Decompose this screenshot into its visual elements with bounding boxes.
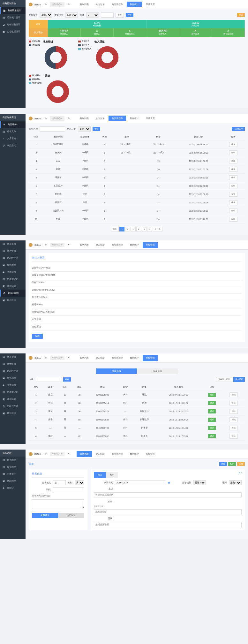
tab-2[interactable]: 商品流程单	[109, 355, 126, 361]
sidebar-item-1[interactable]: ▤按头间是	[0, 464, 26, 471]
diagnosis-input[interactable]	[94, 509, 242, 514]
toolbar-icon[interactable]: ⚑•	[66, 117, 72, 120]
tab-2[interactable]: 商品流程单	[109, 116, 126, 121]
tab-4[interactable]: 系统设置	[143, 355, 158, 361]
sidebar-item-6[interactable]: ◧注册结展	[0, 396, 26, 403]
page-button[interactable]: 4	[136, 227, 141, 231]
sidebar-item-1[interactable]: ▤经营统计统计	[0, 14, 26, 21]
back-button[interactable]: ⟲	[43, 452, 49, 456]
sidebar-item-1[interactable]: ▤新片申请	[0, 247, 26, 254]
edit-button[interactable]: 编辑	[229, 200, 237, 205]
edit-button[interactable]: 编辑	[229, 217, 237, 222]
control-dropdown[interactable]: 控制中心 ▾	[50, 452, 64, 456]
edit-button[interactable]: 编辑	[229, 208, 237, 213]
sidebar-item-0[interactable]: ▤新主价请	[0, 353, 26, 360]
filter-doctor[interactable]: ▾	[86, 12, 99, 18]
tab-1[interactable]: 处方记录	[93, 242, 108, 248]
name-input[interactable]	[40, 126, 65, 132]
control-dropdown[interactable]: 控制中心 ▾	[50, 116, 64, 121]
page-button[interactable]: 1	[119, 227, 124, 231]
sidebar-item-2[interactable]: ▦信息经理时	[0, 254, 26, 261]
tab-3[interactable]: 数据统计	[127, 451, 142, 457]
sidebar-item-2[interactable]: ✓入库审核	[0, 135, 26, 142]
filter-extra[interactable]	[101, 12, 114, 18]
filter-range[interactable]: 全部 ▾	[65, 12, 78, 18]
sub-tab-rx[interactable]: 处方	[94, 472, 106, 478]
sidebar-item-3[interactable]: ⚙商品查询	[0, 142, 26, 149]
name-input[interactable]	[36, 377, 61, 382]
reject-button[interactable]: 拒绝	[229, 409, 238, 414]
approve-button[interactable]: 通过	[208, 418, 216, 422]
back-button[interactable]: ⟲	[43, 117, 49, 120]
sidebar-item-7[interactable]: ⚙第出方配置	[0, 403, 26, 410]
approve-button[interactable]: 通过	[208, 401, 216, 405]
config-field[interactable]: 带件TOKEN:	[32, 279, 242, 286]
search-button[interactable]: 搜索	[126, 13, 133, 17]
reject-button[interactable]: 拒绝	[229, 426, 238, 430]
calendar-icon[interactable]: ▦	[168, 481, 170, 484]
complete-button[interactable]: 完成	[237, 462, 245, 466]
tab-4[interactable]: 系统设置	[143, 451, 158, 457]
symptom-input[interactable]	[94, 492, 242, 497]
export-button[interactable]: 导出	[237, 13, 245, 17]
config-field[interactable]: 该操作体(APPNE):	[32, 264, 242, 272]
control-dropdown[interactable]: 控制中心 ▾	[50, 243, 64, 247]
tab-2[interactable]: 商品流程单	[109, 451, 126, 457]
sidebar-item-3[interactable]: ▣序允加量	[0, 375, 26, 382]
tab-3[interactable]: 数据统计	[127, 355, 142, 361]
reject-button[interactable]: 拒绝	[229, 434, 238, 439]
tab-4[interactable]: 系统设置	[143, 242, 158, 248]
reject-button[interactable]: 拒绝	[229, 417, 238, 422]
tab-0[interactable]: 看病列表	[77, 355, 92, 361]
tab-0[interactable]: 看病列表	[77, 2, 92, 7]
config-field[interactable]: 支付压位:	[32, 323, 242, 330]
tab-0[interactable]: 看病列表	[77, 242, 92, 248]
sidebar-item-8[interactable]: ▣前台取结	[0, 297, 26, 304]
sub-tab-check[interactable]: 检车	[106, 472, 118, 478]
sidebar-item-4[interactable]: ◈事待写	[0, 485, 26, 492]
filter-type[interactable]: 全部 ▾	[40, 12, 52, 18]
tab-1[interactable]: 处方记录	[93, 2, 108, 7]
back-button[interactable]: ⟲	[43, 243, 49, 247]
add-button[interactable]: 方式	[219, 462, 227, 466]
toolbar-icon[interactable]: ⚑•	[66, 3, 72, 6]
sidebar-item-2[interactable]: ▦信息经理时	[0, 367, 26, 375]
sidebar-item-0[interactable]: ▤新主价请	[0, 240, 26, 247]
toolbar-icon[interactable]: ⚑•	[66, 356, 72, 360]
category-select[interactable]: 全部 ▾	[78, 126, 91, 132]
sidebar-item-0[interactable]: ✎商品维护计	[0, 121, 26, 128]
tab-left[interactable]: 生存信息	[32, 513, 58, 518]
reject-button[interactable]: 拒绝	[229, 392, 238, 397]
expand-icon[interactable]: ⛶	[239, 472, 242, 478]
import-button[interactable]: 开始导入员员	[216, 377, 232, 382]
edit-button[interactable]: 编辑	[229, 142, 237, 147]
sidebar-item-4[interactable]: ◈兑信话题	[0, 269, 26, 276]
reject-button[interactable]: 拒绝	[229, 401, 238, 405]
back-button[interactable]: ⟲	[43, 356, 49, 360]
reset-button[interactable]: 重置	[116, 13, 124, 18]
save-button[interactable]: 保存	[32, 334, 43, 339]
sidebar-item-3[interactable]: ▣生存数据统计	[0, 28, 26, 35]
config-field[interactable]: 每公支件片配号:	[32, 294, 242, 301]
sidebar-item-3[interactable]: ▣信白间是	[0, 478, 26, 485]
control-dropdown[interactable]: 控制中心 ▾	[50, 2, 64, 7]
approve-button[interactable]: 通过	[208, 409, 216, 413]
page-button[interactable]: 2	[125, 227, 130, 231]
sidebar-item-1[interactable]: ▤请单入单	[0, 128, 26, 135]
page-button[interactable]: 3	[131, 227, 135, 231]
sidebar-item-1[interactable]: ▤新池申请	[0, 360, 26, 367]
tab-1[interactable]: 处方记录	[93, 451, 108, 457]
sidebar-item-6[interactable]: ◧注册结展	[0, 283, 26, 290]
add-product-button[interactable]: + 新增药品	[232, 127, 245, 131]
patient-name-input[interactable]	[53, 480, 66, 485]
export-button[interactable]: 导出员员	[233, 377, 245, 382]
visit-date[interactable]	[115, 480, 166, 485]
doctor-select[interactable]: 淮龙 ▾	[229, 480, 242, 485]
advice-input[interactable]	[94, 522, 242, 527]
tab-0[interactable]: 看病列表	[77, 451, 92, 457]
page-button[interactable]: 5	[142, 227, 147, 231]
tab-meeting[interactable]: 经会价请	[137, 368, 178, 374]
config-field[interactable]: 员先件请:	[32, 316, 242, 323]
config-field[interactable]: 存储EncodingAESKey:	[32, 286, 242, 294]
sidebar-item-3[interactable]: ▣序允操量	[0, 261, 26, 269]
